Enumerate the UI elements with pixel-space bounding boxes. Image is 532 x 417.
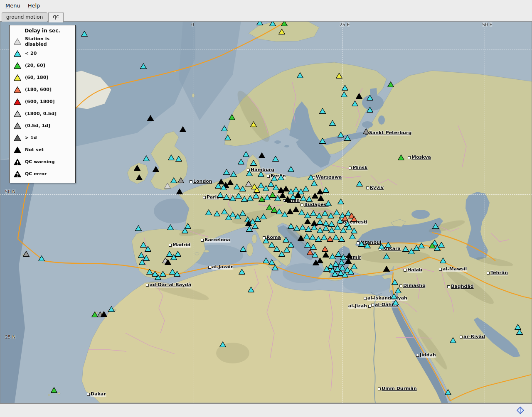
map-canvas[interactable]: 025 E50 E50 N25 N LondonParisHamburgBerl… <box>0 21 532 404</box>
station-marker[interactable] <box>351 263 357 269</box>
station-marker[interactable] <box>101 311 107 317</box>
station-marker[interactable] <box>392 279 398 285</box>
station-marker[interactable] <box>347 269 354 275</box>
station-marker[interactable] <box>229 114 235 120</box>
station-marker[interactable] <box>245 220 252 226</box>
station-marker[interactable] <box>351 216 357 222</box>
station-marker[interactable] <box>239 210 246 216</box>
station-marker[interactable] <box>336 73 342 78</box>
station-marker[interactable] <box>258 171 264 177</box>
station-marker[interactable] <box>338 236 345 242</box>
station-marker[interactable] <box>140 63 147 69</box>
station-marker[interactable] <box>248 287 254 292</box>
station-marker[interactable] <box>147 115 154 121</box>
station-marker[interactable] <box>23 251 30 257</box>
station-marker[interactable] <box>429 243 436 248</box>
station-marker[interactable] <box>332 271 338 277</box>
station-marker[interactable] <box>356 181 363 186</box>
station-marker[interactable] <box>176 189 183 194</box>
station-marker[interactable] <box>297 72 303 78</box>
station-marker[interactable] <box>398 155 404 160</box>
station-marker[interactable] <box>338 259 345 265</box>
station-marker[interactable] <box>259 152 265 158</box>
station-marker[interactable] <box>271 175 278 181</box>
station-marker[interactable] <box>81 31 88 37</box>
station-marker[interactable] <box>378 243 385 249</box>
station-marker[interactable] <box>168 155 175 160</box>
station-marker[interactable] <box>323 187 329 193</box>
station-marker[interactable] <box>303 186 309 191</box>
station-marker[interactable] <box>329 120 336 126</box>
station-marker[interactable] <box>387 81 394 87</box>
station-marker[interactable] <box>167 224 174 230</box>
station-marker[interactable] <box>139 259 145 265</box>
station-marker[interactable] <box>516 329 523 335</box>
station-marker[interactable] <box>337 132 344 137</box>
station-marker[interactable] <box>346 253 352 258</box>
station-marker[interactable] <box>246 170 253 176</box>
station-marker[interactable] <box>310 244 317 250</box>
station-marker[interactable] <box>323 252 329 258</box>
station-marker[interactable] <box>349 233 356 239</box>
station-marker[interactable] <box>252 223 259 229</box>
station-marker[interactable] <box>145 246 151 252</box>
station-marker[interactable] <box>313 260 319 265</box>
station-marker[interactable] <box>344 135 351 141</box>
station-marker[interactable] <box>250 160 257 166</box>
station-marker[interactable] <box>288 242 294 248</box>
station-marker[interactable] <box>351 228 357 233</box>
station-marker[interactable] <box>143 155 150 161</box>
station-marker[interactable] <box>278 174 284 180</box>
station-marker[interactable] <box>170 177 177 183</box>
station-marker[interactable] <box>153 166 159 172</box>
station-marker[interactable] <box>283 247 290 253</box>
menu-item-menu[interactable]: Menu <box>2 1 24 10</box>
station-marker[interactable] <box>152 271 158 277</box>
station-marker[interactable] <box>304 218 311 224</box>
station-marker[interactable] <box>272 265 278 270</box>
station-marker[interactable] <box>364 243 371 248</box>
station-marker[interactable] <box>342 85 348 91</box>
station-marker[interactable] <box>136 174 143 180</box>
station-marker[interactable] <box>246 226 253 232</box>
station-marker[interactable] <box>383 266 390 272</box>
station-marker[interactable] <box>174 271 180 277</box>
station-marker[interactable] <box>221 208 228 214</box>
station-marker[interactable] <box>391 293 397 299</box>
station-marker[interactable] <box>278 29 285 34</box>
station-marker[interactable] <box>385 242 392 248</box>
station-marker[interactable] <box>240 246 246 252</box>
station-marker[interactable] <box>367 95 373 101</box>
station-marker[interactable] <box>223 169 230 175</box>
station-marker[interactable] <box>318 195 324 201</box>
station-marker[interactable] <box>325 200 332 206</box>
station-marker[interactable] <box>418 243 425 248</box>
station-marker[interactable] <box>239 269 245 275</box>
station-marker[interactable] <box>319 138 326 144</box>
station-marker[interactable] <box>238 159 244 164</box>
station-marker[interactable] <box>269 21 276 26</box>
station-marker[interactable] <box>272 156 279 162</box>
station-marker[interactable] <box>214 211 220 216</box>
station-marker[interactable] <box>345 258 352 264</box>
station-marker[interactable] <box>134 165 140 171</box>
station-marker[interactable] <box>319 108 326 114</box>
station-marker[interactable] <box>175 156 182 162</box>
station-marker[interactable] <box>256 21 263 25</box>
station-marker[interactable] <box>227 179 234 185</box>
station-marker[interactable] <box>250 121 257 127</box>
station-marker[interactable] <box>281 21 288 26</box>
station-marker[interactable] <box>438 242 445 248</box>
station-marker[interactable] <box>221 125 228 131</box>
station-marker[interactable] <box>308 174 314 180</box>
station-marker[interactable] <box>239 186 246 191</box>
station-marker[interactable] <box>230 171 237 177</box>
station-marker[interactable] <box>182 228 188 233</box>
station-marker[interactable] <box>337 199 344 204</box>
station-marker[interactable] <box>108 306 115 312</box>
station-marker[interactable] <box>352 101 358 106</box>
station-marker[interactable] <box>38 255 45 261</box>
station-marker[interactable] <box>341 91 347 97</box>
station-marker[interactable] <box>175 251 181 257</box>
station-marker[interactable] <box>219 341 226 347</box>
